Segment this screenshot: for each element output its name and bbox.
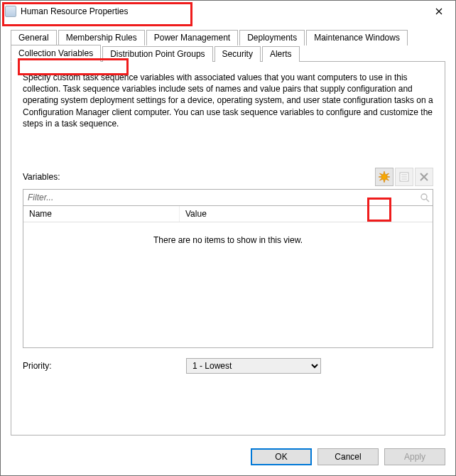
tab-alerts[interactable]: Alerts [262, 46, 300, 62]
edit-variable-button[interactable] [395, 168, 413, 186]
tab-strip: GeneralMembership RulesPower ManagementD… [11, 29, 445, 61]
list-header: Name Value [23, 206, 433, 222]
variables-list: Name Value There are no items to show in… [23, 206, 433, 348]
properties-icon [398, 171, 410, 183]
tab-security[interactable]: Security [215, 46, 261, 62]
apply-button[interactable]: Apply [384, 448, 445, 465]
filter-input[interactable] [23, 191, 417, 204]
priority-row: Priority: 1 - Lowest [23, 358, 433, 374]
variables-header: Variables: [23, 168, 433, 186]
svg-point-5 [421, 194, 427, 200]
search-icon [417, 190, 433, 205]
content-area: GeneralMembership RulesPower ManagementD… [1, 22, 455, 441]
tab-general[interactable]: General [11, 30, 57, 45]
column-name[interactable]: Name [23, 206, 180, 222]
window-title: Human Resource Properties [21, 6, 128, 16]
app-icon [5, 6, 16, 17]
delete-variable-button[interactable] [415, 168, 433, 186]
priority-label: Priority: [23, 361, 186, 371]
titlebar-left: Human Resource Properties [5, 6, 128, 17]
variables-toolbar [375, 168, 433, 186]
tab-distribution-point-groups[interactable]: Distribution Point Groups [102, 46, 212, 62]
svg-line-6 [426, 199, 429, 202]
close-icon [435, 8, 443, 15]
tab-deployments[interactable]: Deployments [239, 30, 305, 45]
cancel-button[interactable]: Cancel [317, 448, 379, 465]
tab-collection-variables[interactable]: Collection Variables [11, 45, 101, 62]
panel-description: Specify custom task sequence variables w… [23, 72, 433, 129]
column-value[interactable]: Value [180, 206, 433, 222]
ok-button[interactable]: OK [251, 448, 312, 465]
filter-row [23, 189, 433, 206]
tab-membership-rules[interactable]: Membership Rules [58, 30, 145, 45]
svg-marker-0 [379, 171, 390, 183]
list-empty-message: There are no items to show in this view. [23, 222, 433, 347]
dialog-footer: OK Cancel Apply [1, 441, 455, 475]
titlebar: Human Resource Properties [1, 1, 455, 22]
tab-power-management[interactable]: Power Management [146, 30, 238, 45]
close-button[interactable] [423, 1, 455, 22]
tab-maintenance-windows[interactable]: Maintenance Windows [306, 30, 408, 45]
tab-panel-collection-variables: Specify custom task sequence variables w… [11, 61, 445, 436]
variables-label: Variables: [23, 172, 60, 182]
starburst-icon [378, 171, 391, 183]
delete-icon [419, 172, 429, 182]
priority-select[interactable]: 1 - Lowest [186, 358, 321, 374]
dialog-window: Human Resource Properties GeneralMembers… [0, 0, 456, 476]
new-variable-button[interactable] [375, 168, 393, 186]
